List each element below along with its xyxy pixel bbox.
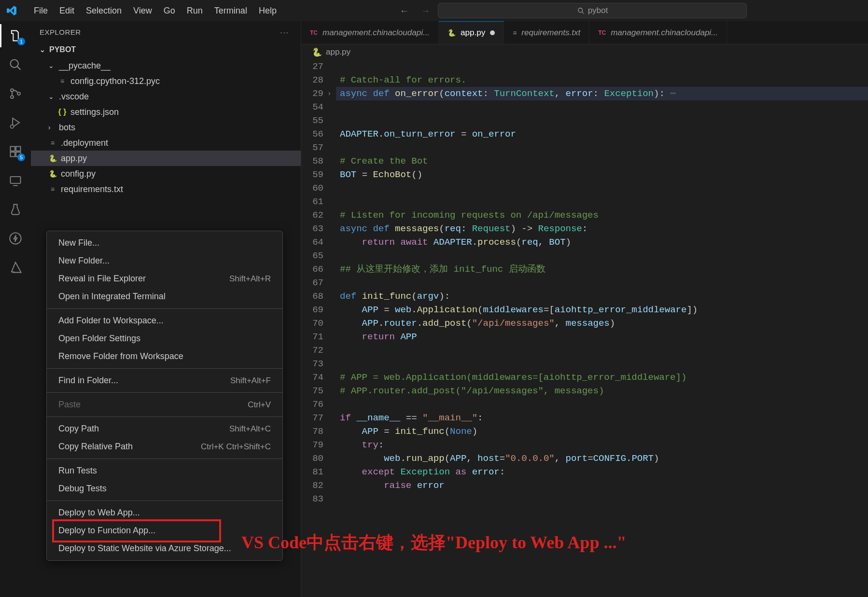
ctx-label: Remove Folder from Workspace bbox=[58, 351, 183, 361]
tree-item-label: __pycache__ bbox=[59, 61, 111, 71]
search-icon bbox=[577, 7, 584, 14]
ctx-remove-folder-from-workspace[interactable]: Remove Folder from Workspace bbox=[47, 347, 282, 365]
activity-search-icon[interactable] bbox=[7, 56, 24, 73]
ctx-debug-tests[interactable]: Debug Tests bbox=[47, 480, 282, 498]
ctx-label: Reveal in File Explorer bbox=[58, 274, 146, 284]
sidebar-root[interactable]: ⌄ PYBOT bbox=[31, 42, 301, 57]
activity-scm-icon[interactable] bbox=[7, 85, 24, 102]
tab-label: app.py bbox=[461, 28, 485, 38]
context-menu: New File...New Folder...Reveal in File E… bbox=[46, 231, 283, 561]
ctx-label: Deploy to Static Website via Azure Stora… bbox=[58, 543, 231, 554]
tree-item-label: .deployment bbox=[61, 138, 108, 148]
tree-item-settings-json[interactable]: { }settings.json bbox=[31, 104, 301, 120]
ctx-label: New File... bbox=[58, 238, 99, 248]
tree-item--vscode[interactable]: ⌄.vscode bbox=[31, 89, 301, 104]
menu-selection[interactable]: Selection bbox=[80, 3, 127, 19]
chevron-down-icon: ⌄ bbox=[48, 62, 55, 69]
tree-item-app-py[interactable]: 🐍app.py bbox=[31, 151, 301, 166]
menu-help[interactable]: Help bbox=[253, 3, 282, 19]
activity-bar: 1 5 bbox=[0, 21, 31, 597]
ctx-open-folder-settings[interactable]: Open Folder Settings bbox=[47, 330, 282, 347]
tab-management-chinacloudapi---[interactable]: TCmanagement.chinacloudapi... bbox=[589, 21, 727, 44]
svg-rect-8 bbox=[11, 147, 15, 151]
menu-edit[interactable]: Edit bbox=[54, 3, 80, 19]
ctx-copy-relative-path[interactable]: Copy Relative PathCtrl+K Ctrl+Shift+C bbox=[47, 438, 282, 456]
chevron-right-icon: › bbox=[48, 124, 55, 131]
code-editor[interactable]: 2728295455565758596061626364656667686970… bbox=[301, 60, 868, 597]
svg-point-6 bbox=[17, 92, 20, 95]
ctx-label: Debug Tests bbox=[58, 484, 107, 494]
ctx-copy-path[interactable]: Copy PathShift+Alt+C bbox=[47, 420, 282, 438]
ctx-label: New Folder... bbox=[58, 256, 110, 266]
tree-item-config-py[interactable]: 🐍config.py bbox=[31, 166, 301, 181]
json-file-icon: { } bbox=[58, 108, 67, 116]
explorer-badge: 1 bbox=[17, 38, 25, 45]
ctx-shortcut: Shift+Alt+R bbox=[229, 274, 271, 284]
ctx-label: Deploy to Function App... bbox=[58, 526, 155, 536]
tree-item-config-cpython-312-pyc[interactable]: ≡config.cpython-312.pyc bbox=[31, 73, 301, 89]
svg-line-3 bbox=[17, 67, 21, 70]
ctx-add-folder-to-workspace---[interactable]: Add Folder to Workspace... bbox=[47, 312, 282, 330]
ctx-new-file---[interactable]: New File... bbox=[47, 234, 282, 252]
vscode-logo-icon bbox=[6, 5, 17, 16]
more-icon[interactable]: ··· bbox=[280, 28, 289, 36]
tab-app-py[interactable]: 🐍app.py bbox=[439, 21, 504, 44]
ctx-shortcut: Ctrl+V bbox=[248, 400, 271, 410]
breadcrumb[interactable]: 🐍 app.py bbox=[301, 44, 868, 60]
dirty-indicator-icon bbox=[490, 30, 495, 35]
ctx-label: Open in Integrated Terminal bbox=[58, 292, 166, 302]
svg-point-0 bbox=[578, 8, 582, 13]
ctx-shortcut: Shift+Alt+F bbox=[230, 376, 271, 386]
activity-debug-icon[interactable] bbox=[7, 114, 24, 131]
extensions-badge: 5 bbox=[17, 153, 25, 161]
activity-extensions-icon[interactable]: 5 bbox=[7, 143, 24, 160]
ctx-deploy-to-web-app---[interactable]: Deploy to Web App... bbox=[47, 504, 282, 522]
ctx-separator bbox=[47, 368, 282, 369]
tab-label: management.chinacloudapi... bbox=[322, 28, 430, 38]
tree-item-label: requirements.txt bbox=[61, 184, 123, 194]
activity-thunder-icon[interactable] bbox=[7, 230, 24, 247]
activity-remote-icon[interactable] bbox=[7, 172, 24, 189]
tc-file-icon: TC bbox=[598, 29, 606, 36]
tree-item--deployment[interactable]: ≡.deployment bbox=[31, 135, 301, 151]
svg-point-4 bbox=[11, 89, 14, 92]
ctx-reveal-in-file-explorer[interactable]: Reveal in File ExplorerShift+Alt+R bbox=[47, 270, 282, 288]
activity-testing-icon[interactable] bbox=[7, 201, 24, 218]
ctx-run-tests[interactable]: Run Tests bbox=[47, 462, 282, 480]
ctx-new-folder---[interactable]: New Folder... bbox=[47, 252, 282, 270]
fold-icon[interactable]: › bbox=[327, 87, 331, 100]
ctx-open-in-integrated-terminal[interactable]: Open in Integrated Terminal bbox=[47, 288, 282, 305]
nav-forward-icon[interactable]: → bbox=[420, 5, 430, 16]
python-file-icon: 🐍 bbox=[48, 154, 57, 162]
ctx-separator bbox=[47, 500, 282, 501]
menu-file[interactable]: File bbox=[28, 3, 54, 19]
file-icon: ≡ bbox=[48, 139, 57, 147]
svg-line-1 bbox=[582, 12, 584, 14]
sidebar-title: EXPLORER bbox=[40, 28, 81, 36]
file-icon: ≡ bbox=[58, 77, 67, 85]
tree-item-label: .vscode bbox=[59, 92, 89, 102]
menu-view[interactable]: View bbox=[127, 3, 158, 19]
menu-run[interactable]: Run bbox=[181, 3, 209, 19]
menu-go[interactable]: Go bbox=[158, 3, 181, 19]
ctx-separator bbox=[47, 308, 282, 309]
ctx-find-in-folder---[interactable]: Find in Folder...Shift+Alt+F bbox=[47, 372, 282, 389]
tree-item-label: config.py bbox=[61, 169, 96, 179]
tab-requirements-txt[interactable]: ≡requirements.txt bbox=[504, 21, 589, 44]
tree-item-requirements-txt[interactable]: ≡requirements.txt bbox=[31, 181, 301, 197]
ctx-shortcut: Ctrl+K Ctrl+Shift+C bbox=[201, 442, 271, 452]
tree-item---pycache--[interactable]: ⌄__pycache__ bbox=[31, 58, 301, 73]
ctx-label: Copy Relative Path bbox=[58, 442, 133, 452]
tree-item-bots[interactable]: ›bots bbox=[31, 120, 301, 135]
svg-point-5 bbox=[11, 96, 14, 98]
tab-management-chinacloudapi---[interactable]: TCmanagement.chinacloudapi... bbox=[301, 21, 439, 44]
breadcrumb-label: app.py bbox=[326, 47, 350, 57]
activity-explorer-icon[interactable]: 1 bbox=[7, 27, 24, 44]
code-content[interactable]: # Catch-all for errors.›async def on_err… bbox=[336, 60, 868, 597]
svg-rect-9 bbox=[11, 152, 15, 156]
root-label: PYBOT bbox=[49, 45, 76, 54]
activity-azure-icon[interactable] bbox=[7, 259, 24, 276]
menu-terminal[interactable]: Terminal bbox=[209, 3, 253, 19]
command-center[interactable]: pybot bbox=[438, 3, 747, 18]
nav-back-icon[interactable]: ← bbox=[399, 5, 409, 16]
